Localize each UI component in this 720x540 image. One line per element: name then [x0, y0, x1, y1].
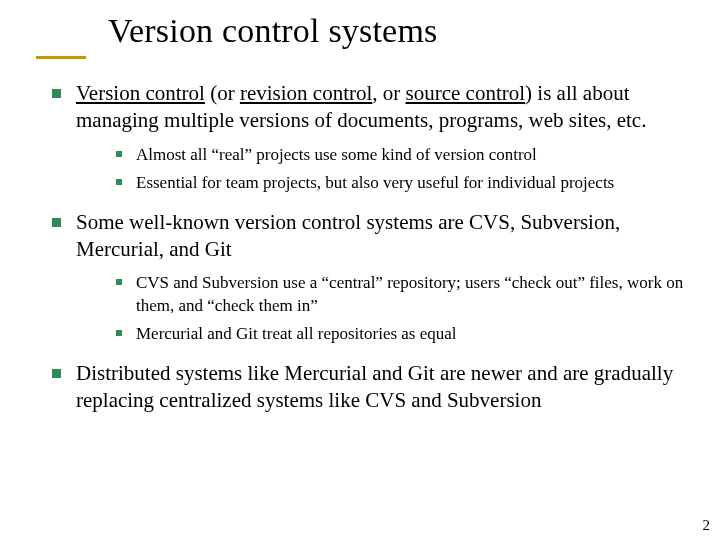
bullet-1-sublist: Almost all “real” projects use some kind… — [76, 144, 686, 195]
bullet-list: Version control (or revision control, or… — [46, 80, 686, 413]
bullet-3-text: Distributed systems like Mercurial and G… — [76, 361, 673, 412]
bullet-2: Some well-known version control systems … — [46, 209, 686, 346]
slide: Version control systems Version control … — [0, 0, 720, 540]
bullet-1-term-revision-control: revision control — [240, 81, 372, 105]
bullet-2-sublist: CVS and Subversion use a “central” repos… — [76, 272, 686, 345]
bullet-1-term-version-control: Version control — [76, 81, 205, 105]
slide-title: Version control systems — [108, 12, 437, 50]
bullet-2-sub-1: CVS and Subversion use a “central” repos… — [112, 272, 686, 317]
bullet-1-term-source-control: source control — [406, 81, 526, 105]
bullet-1: Version control (or revision control, or… — [46, 80, 686, 195]
bullet-1-text-a: (or — [205, 81, 240, 105]
slide-body: Version control (or revision control, or… — [46, 80, 686, 423]
title-accent-bar — [36, 56, 86, 59]
bullet-1-sub-1: Almost all “real” projects use some kind… — [112, 144, 686, 166]
bullet-1-sub-2: Essential for team projects, but also ve… — [112, 172, 686, 194]
bullet-3: Distributed systems like Mercurial and G… — [46, 360, 686, 414]
bullet-1-text-b: , or — [372, 81, 405, 105]
bullet-2-sub-2: Mercurial and Git treat all repositories… — [112, 323, 686, 345]
page-number: 2 — [703, 517, 711, 534]
bullet-2-text: Some well-known version control systems … — [76, 210, 620, 261]
